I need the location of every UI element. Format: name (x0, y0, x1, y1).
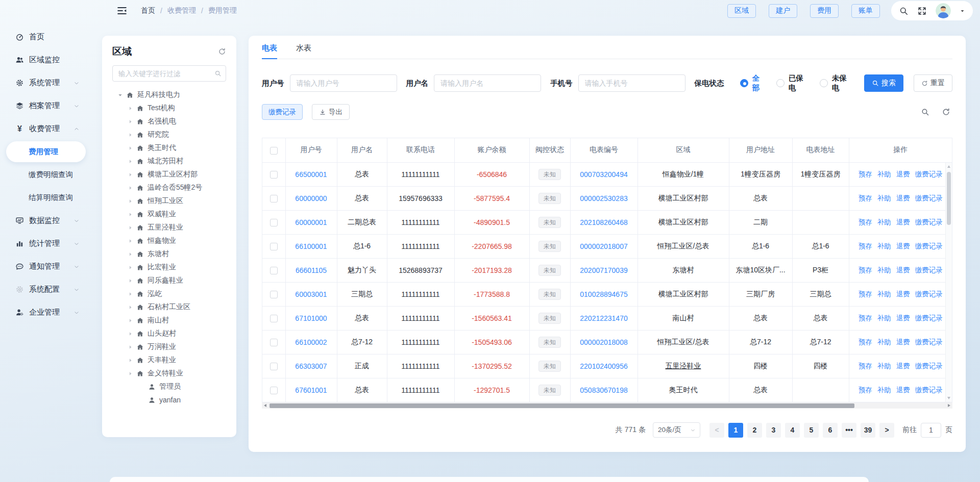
row-checkbox[interactable] (270, 387, 278, 394)
caret-collapsed-icon[interactable] (128, 371, 133, 376)
cell-meter-no-value[interactable]: 050830670198 (580, 386, 627, 394)
table-search-icon[interactable] (921, 108, 929, 116)
action-link-refund[interactable]: 退费 (896, 218, 910, 227)
caret-collapsed-icon[interactable] (128, 159, 133, 164)
action-link-payment-records[interactable]: 缴费记录 (915, 194, 943, 203)
quick-button-create-account[interactable]: 建户 (769, 4, 797, 18)
search-button[interactable]: 搜索 (864, 74, 903, 92)
row-checkbox[interactable] (270, 267, 278, 274)
tree-node[interactable]: 南山村 (112, 314, 226, 327)
cell-user-no-value[interactable]: 60003001 (295, 290, 327, 298)
page-button-5[interactable]: 5 (804, 423, 819, 438)
avatar[interactable] (936, 3, 951, 18)
row-checkbox[interactable] (270, 243, 278, 250)
breadcrumb-item[interactable]: 首页 (141, 6, 155, 15)
page-button-6[interactable]: 6 (823, 423, 838, 438)
action-link-payment-records[interactable]: 缴费记录 (915, 266, 943, 275)
row-checkbox[interactable] (270, 171, 278, 179)
page-size-select[interactable]: 20条/页 (653, 422, 700, 438)
caret-expanded-icon[interactable] (117, 92, 123, 98)
payment-record-button[interactable]: 缴费记录 (262, 104, 303, 120)
action-link-prestore[interactable]: 预存 (859, 218, 872, 227)
scroll-left-icon[interactable] (264, 404, 266, 407)
caret-collapsed-icon[interactable] (128, 291, 133, 297)
caret-collapsed-icon[interactable] (128, 132, 133, 138)
tab-water-meter[interactable]: 水表 (296, 43, 311, 59)
user-no-input[interactable] (290, 74, 397, 92)
row-checkbox[interactable] (270, 315, 278, 322)
sidebar-item-enterprise[interactable]: 企业管理 (0, 301, 92, 324)
cell-meter-no-value[interactable]: 220212231470 (580, 314, 627, 322)
tree-node[interactable]: 研究院 (112, 128, 226, 141)
page-button-3[interactable]: 3 (766, 423, 781, 438)
caret-collapsed-icon[interactable] (128, 305, 133, 310)
cell-user-no-value[interactable]: 66303007 (295, 362, 327, 370)
row-checkbox[interactable] (270, 195, 278, 202)
page-button-4[interactable]: 4 (785, 423, 800, 438)
tree-node[interactable]: 石粘村工业区 (112, 300, 226, 314)
tree-node[interactable]: 同乐鑫鞋业 (112, 274, 226, 287)
sidebar-collapse-icon[interactable] (116, 5, 128, 16)
row-checkbox[interactable] (270, 339, 278, 346)
quick-button-bill[interactable]: 账单 (851, 4, 880, 18)
caret-collapsed-icon[interactable] (128, 251, 133, 257)
cell-meter-no-value[interactable]: 000002530283 (580, 194, 627, 202)
tree-node[interactable]: 名强机电 (112, 115, 226, 128)
page-button-1[interactable]: 1 (728, 423, 743, 438)
caret-collapsed-icon[interactable] (128, 198, 133, 204)
cell-user-no-value[interactable]: 66500001 (295, 170, 327, 179)
tree-node[interactable]: 延凡科技电力 (112, 88, 226, 102)
row-checkbox[interactable] (270, 219, 278, 226)
horizontal-scrollbar[interactable] (262, 402, 952, 409)
breadcrumb-item[interactable]: 收费管理 (167, 6, 196, 15)
tree-node[interactable]: 东塘村 (112, 247, 226, 261)
sidebar-item-region-monitor[interactable]: 区域监控 (0, 48, 92, 71)
user-name-input[interactable] (434, 74, 541, 92)
action-link-refund[interactable]: 退费 (896, 170, 910, 179)
caret-collapsed-icon[interactable] (128, 225, 133, 231)
cell-user-no-value[interactable]: 67601001 (295, 386, 327, 394)
radio-dot[interactable] (820, 79, 828, 87)
cell-user-no-value[interactable]: 60000001 (295, 218, 327, 226)
vertical-scrollbar[interactable] (945, 163, 952, 402)
action-link-subsidy[interactable]: 补助 (877, 362, 891, 371)
fullscreen-icon[interactable] (917, 6, 927, 16)
horizontal-scroll-thumb[interactable] (270, 403, 854, 408)
scroll-down-icon[interactable] (947, 397, 950, 399)
tree-node[interactable]: 横塘工业区村部 (112, 168, 226, 181)
action-link-subsidy[interactable]: 补助 (877, 290, 891, 299)
sidebar-subitem-fee-management[interactable]: 费用管理 (6, 141, 86, 162)
action-link-refund[interactable]: 退费 (896, 338, 910, 347)
tree-node[interactable]: 城北芳田村 (112, 155, 226, 168)
action-link-refund[interactable]: 退费 (896, 266, 910, 275)
radio-dot[interactable] (740, 79, 748, 87)
sidebar-item-charging[interactable]: ¥收费管理 (0, 117, 92, 140)
page-button-2[interactable]: 2 (747, 423, 762, 438)
action-link-prestore[interactable]: 预存 (859, 170, 872, 179)
radio-dot[interactable] (776, 79, 785, 87)
action-link-subsidy[interactable]: 补助 (877, 242, 891, 251)
tree-node[interactable]: 恒翔工业区 (112, 194, 226, 208)
tree-node[interactable]: 天丰鞋业 (112, 353, 226, 367)
sidebar-subitem-payment-detail-query[interactable]: 缴费明细查询 (0, 163, 92, 186)
action-link-subsidy[interactable]: 补助 (877, 266, 891, 275)
sidebar-item-system-config[interactable]: 系统配置 (0, 278, 92, 301)
action-link-payment-records[interactable]: 缴费记录 (915, 170, 943, 179)
tree-node[interactable]: 万润鞋业 (112, 340, 226, 353)
cell-meter-no-value[interactable]: 202007170039 (580, 266, 627, 274)
region-filter-input[interactable] (112, 65, 226, 82)
table-refresh-icon[interactable] (942, 108, 950, 116)
action-link-refund[interactable]: 退费 (896, 194, 910, 203)
action-link-prestore[interactable]: 预存 (859, 194, 872, 203)
caret-collapsed-icon[interactable] (128, 238, 133, 244)
cell-meter-no-value[interactable]: 000002018008 (580, 338, 627, 346)
quick-button-fee[interactable]: 费用 (810, 4, 839, 18)
sidebar-item-home[interactable]: 首页 (0, 26, 92, 48)
caret-collapsed-icon[interactable] (128, 265, 133, 270)
action-link-prestore[interactable]: 预存 (859, 266, 872, 275)
caret-collapsed-icon[interactable] (128, 358, 133, 363)
row-checkbox[interactable] (270, 363, 278, 370)
tree-node[interactable]: 恒鑫物业 (112, 234, 226, 247)
cell-meter-no-value[interactable]: 010028894675 (580, 290, 627, 298)
action-link-refund[interactable]: 退费 (896, 314, 910, 323)
